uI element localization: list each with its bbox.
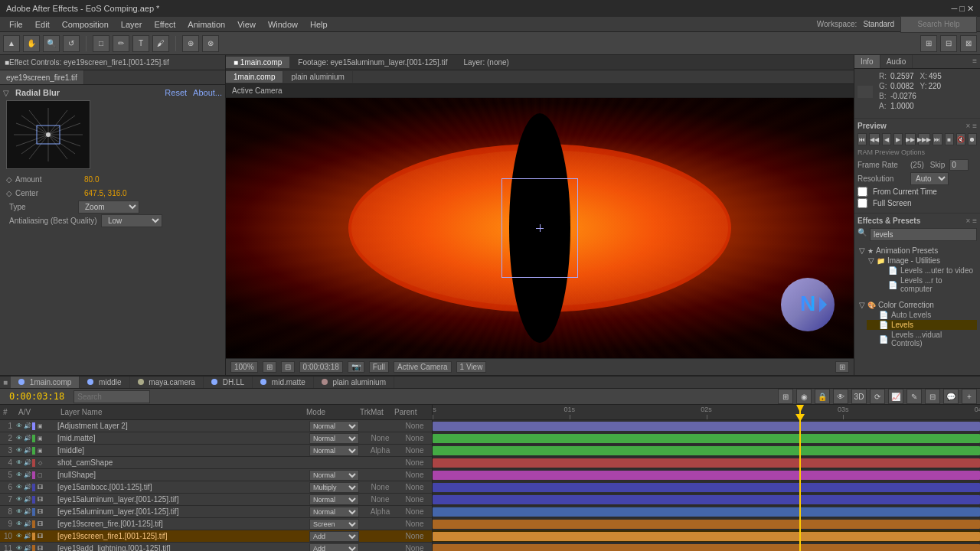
pb-play-back[interactable]: ◀	[882, 133, 891, 145]
tool-brush[interactable]: 🖌	[152, 35, 169, 52]
lr-vis-10[interactable]: 👁	[15, 533, 23, 540]
vc-expand[interactable]: ⊞	[835, 361, 849, 373]
tl-btn-comment[interactable]: 💬	[943, 389, 959, 404]
lr-audio-5[interactable]: 🔊	[24, 471, 31, 479]
timeline-current-time[interactable]: 0:00:03:18	[3, 391, 70, 402]
effect-reset[interactable]: Reset	[165, 88, 187, 97]
lr-vis-5[interactable]: 👁	[15, 471, 23, 479]
fx-panel-menu[interactable]: × ≡	[966, 217, 977, 225]
window-maximize[interactable]: □	[959, 4, 965, 13]
menu-help[interactable]: Help	[304, 18, 334, 31]
layer-row-10[interactable]: 10 👁 🔊 🎞 [eye19screen_fire1.[001-125].ti…	[0, 530, 432, 543]
lr-audio-10[interactable]: 🔊	[24, 533, 31, 540]
pb-prev-frame[interactable]: ◀◀	[869, 133, 880, 145]
levels-individual-item[interactable]: 📄 Levels ...vidual Controls)	[867, 330, 977, 348]
aa-dropdown[interactable]: Low High	[101, 214, 162, 227]
track-11[interactable]	[433, 543, 980, 551]
tl-btn-3d[interactable]: 3D	[851, 389, 867, 404]
menu-effect[interactable]: Effect	[148, 18, 181, 31]
lr-vis-3[interactable]: 👁	[15, 447, 23, 455]
menu-file[interactable]: File	[3, 18, 29, 31]
lr-vis-6[interactable]: 👁	[15, 484, 23, 491]
track-5[interactable]	[433, 469, 980, 481]
lr-mode-2[interactable]: Normal	[309, 433, 363, 444]
layer-row-2[interactable]: 2 👁 🔊 ▣ [mid.matte] Normal None None	[0, 432, 432, 445]
from-current-checkbox[interactable]	[858, 187, 867, 197]
track-4[interactable]	[433, 457, 980, 469]
pb-next-frame[interactable]: ▶▶▶	[918, 133, 930, 145]
window-close[interactable]: ✕	[967, 4, 974, 14]
lr-audio-7[interactable]: 🔊	[24, 496, 31, 504]
lr-audio-11[interactable]: 🔊	[24, 545, 31, 552]
lr-mode-3[interactable]: Normal	[309, 445, 363, 456]
audio-tab[interactable]: Audio	[880, 55, 913, 68]
skip-input[interactable]	[949, 159, 969, 171]
comp-panel-icon[interactable]: ■	[0, 377, 11, 388]
effect-expand-icon[interactable]: ▽	[3, 89, 9, 97]
timeline-playhead[interactable]	[799, 405, 801, 419]
lr-vis-2[interactable]: 👁	[15, 435, 23, 442]
full-screen-checkbox[interactable]	[858, 198, 867, 208]
layer-row-5[interactable]: 5 👁 🔊 ▢ [nullShape] Normal None	[0, 469, 432, 481]
tl-btn-shy[interactable]: 👁	[833, 389, 848, 404]
track-10[interactable]	[433, 530, 980, 543]
lr-mode-8[interactable]: Normal	[309, 507, 363, 517]
sub-tab-1[interactable]: 1main.comp	[226, 71, 283, 83]
ram-preview-label[interactable]: RAM Preview Options	[858, 148, 977, 156]
tool-grid[interactable]: ⊟	[940, 35, 957, 52]
vc-resolution[interactable]: ⊞	[263, 361, 276, 373]
levels-outer-item[interactable]: 📄 Levels ...uter to video	[876, 266, 977, 276]
layer-row-3[interactable]: 3 👁 🔊 ▣ [middle] Normal Alpha None	[0, 445, 432, 457]
search-btn[interactable]: Search Help	[900, 16, 977, 33]
layer-row-4[interactable]: 4 👁 🔊 ◇ shot_camShape None	[0, 457, 432, 469]
center-value[interactable]: 647.5, 316.0	[84, 189, 219, 197]
track-7[interactable]	[433, 494, 980, 506]
pb-record[interactable]: ⏺	[968, 133, 977, 145]
lr-mode-9[interactable]: Screen	[309, 519, 363, 530]
track-6[interactable]	[433, 481, 980, 494]
levels-computer-item[interactable]: 📄 Levels ...r to computer	[876, 276, 977, 294]
tool-clone[interactable]: ⊕	[182, 35, 199, 52]
sub-tab-2[interactable]: plain aluminium	[283, 71, 352, 83]
tool-zoom[interactable]: 🔍	[43, 35, 60, 52]
color-correction-toggle[interactable]: ▽ 🎨 Color Correction	[858, 300, 977, 310]
center-keyframe[interactable]: ◇	[6, 189, 12, 197]
layer-row-11[interactable]: 11 👁 🔊 🎞 [eye19add_lightning.[001-125].t…	[0, 543, 432, 551]
levels-item[interactable]: 📄 Levels	[867, 320, 977, 330]
tool-snap[interactable]: ⊞	[920, 35, 937, 52]
image-utilities-toggle[interactable]: ▽ 📁 Image - Utilities	[867, 256, 977, 266]
lr-mode-1[interactable]: Normal	[309, 421, 363, 432]
tl-btn-motion[interactable]: ⟳	[870, 389, 885, 404]
vc-camera[interactable]: Active Camera	[394, 361, 452, 373]
info-tab[interactable]: Info	[854, 55, 880, 68]
vc-quality[interactable]: Full	[369, 361, 389, 373]
menu-animation[interactable]: Animation	[181, 18, 231, 31]
vc-views[interactable]: 1 View	[456, 361, 487, 373]
tool-lock[interactable]: ⊠	[960, 35, 977, 52]
track-9[interactable]	[433, 518, 980, 530]
timeline-search[interactable]	[74, 390, 150, 403]
tl-btn-lock[interactable]: 🔒	[815, 389, 830, 404]
lr-vis-11[interactable]: 👁	[15, 545, 23, 552]
layer-row-1[interactable]: 1 👁 🔊 ▣ [Adjustment Layer 2] Normal None	[0, 420, 432, 432]
pb-first[interactable]: ⏮	[858, 133, 867, 145]
viewport-canvas[interactable]: N	[226, 98, 854, 358]
track-1[interactable]	[433, 420, 980, 432]
preview-panel-menu[interactable]: × ≡	[966, 122, 977, 130]
tool-rect[interactable]: □	[93, 35, 109, 52]
vc-frame[interactable]: ⊟	[281, 361, 295, 373]
tl-btn-pen[interactable]: ✎	[906, 389, 922, 404]
layer-tab[interactable]: Layer: (none)	[456, 57, 517, 68]
vc-camera-icon[interactable]: 📷	[348, 361, 364, 373]
pb-mute[interactable]: 🔇	[956, 133, 965, 145]
tool-puppet[interactable]: ⊗	[202, 35, 219, 52]
comp-tab-plain[interactable]: plain aluminium	[314, 377, 394, 388]
pb-last[interactable]: ⏭	[933, 133, 942, 145]
layer-row-7[interactable]: 7 👁 🔊 🎞 [eye15aluminum_layer.[001-125].t…	[0, 494, 432, 506]
comp-tab-1main[interactable]: 1main.comp	[11, 377, 80, 388]
amount-value[interactable]: 80.0	[84, 175, 219, 184]
fx-search-input[interactable]	[870, 228, 977, 241]
info-panel-menu[interactable]: ≡	[969, 55, 980, 68]
layer-row-9[interactable]: 9 👁 🔊 🎞 [eye19screen_fire.[001-125].tif]…	[0, 518, 432, 530]
timeline-tracks[interactable]: 0s 01s 02s 03s 04s	[433, 405, 980, 551]
